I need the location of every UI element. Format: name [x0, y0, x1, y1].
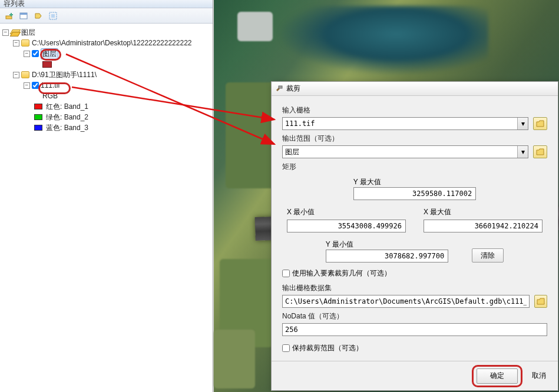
hammer-icon	[275, 85, 283, 93]
panel-toolbar	[0, 8, 213, 24]
dialog-footer: 确定 取消	[272, 361, 558, 390]
band-label: 红色: Band_1	[46, 102, 88, 112]
toc-tree[interactable]: − 图层 − C:\Users\Administrator\Desktop\12…	[0, 24, 213, 137]
svg-rect-9	[279, 86, 282, 88]
browse-input-raster-button[interactable]	[533, 117, 547, 130]
tree-band-3[interactable]: 蓝色: Band_3	[2, 122, 210, 133]
svg-rect-4	[20, 13, 27, 15]
tree-symbol[interactable]	[2, 59, 210, 69]
tree-rgb: RGB	[2, 91, 210, 101]
layer-label: 111.tif	[41, 81, 60, 89]
tree-folder-2[interactable]: − D:\91卫图助手\1111\	[2, 69, 210, 80]
polygon-symbol-swatch[interactable]	[42, 61, 52, 68]
xmax-input[interactable]	[424, 220, 543, 232]
clear-extent-button[interactable]: 清除	[472, 248, 504, 263]
rectangle-label: 矩形	[282, 162, 547, 172]
tool-selection-button[interactable]	[47, 9, 59, 22]
nodata-label: NoData 值（可选）	[282, 311, 547, 321]
input-raster-combo[interactable]: 111.tif ▾	[282, 117, 528, 130]
tree-band-1[interactable]: 红色: Band_1	[2, 101, 210, 112]
tree-folder-1[interactable]: − C:\Users\Administrator\Desktop\1222222…	[2, 38, 210, 48]
maintain-extent-label: 保持裁剪范围（可选）	[292, 343, 363, 353]
svg-rect-2	[9, 14, 13, 15]
collapse-icon[interactable]: −	[2, 29, 9, 36]
layers-icon	[11, 28, 19, 36]
layer-visibility-checkbox[interactable]	[32, 82, 39, 89]
collapse-icon[interactable]: −	[24, 82, 30, 89]
xmin-label: X 最小值	[287, 207, 406, 217]
layer-visibility-checkbox[interactable]	[32, 50, 39, 57]
root-label: 图层	[21, 28, 35, 38]
nodata-input[interactable]	[282, 323, 547, 336]
output-extent-label: 输出范围（可选）	[282, 134, 547, 144]
xmax-label: X 最大值	[424, 207, 543, 217]
use-features-checkbox[interactable]	[282, 270, 290, 277]
folder-icon	[21, 39, 29, 46]
layers-panel: 容列表 − 图层 − C:\Users\Administrator\Deskto…	[0, 0, 213, 392]
tree-layer-tif[interactable]: − 111.tif	[2, 80, 210, 91]
folder-path: C:\Users\Administrator\Desktop\122222222…	[32, 39, 192, 47]
ymin-label: Y 最小值	[326, 240, 448, 250]
browse-output-dataset-button[interactable]	[534, 295, 547, 308]
output-extent-value: 图层	[285, 147, 299, 157]
collapse-icon[interactable]: −	[13, 72, 19, 78]
output-dataset-input[interactable]	[282, 295, 530, 308]
dialog-titlebar[interactable]: 裁剪	[272, 82, 558, 96]
clip-dialog: 裁剪 输入栅格 111.tif ▾ 输出范围（可选） 图层 ▾ 矩形	[271, 81, 558, 391]
dialog-body: 输入栅格 111.tif ▾ 输出范围（可选） 图层 ▾ 矩形	[272, 96, 558, 361]
use-features-label: 使用输入要素裁剪几何（可选）	[292, 268, 391, 278]
dialog-title-text: 裁剪	[286, 84, 300, 94]
tool-display-button[interactable]	[32, 9, 45, 22]
ymax-input[interactable]	[353, 187, 476, 200]
output-extent-combo[interactable]: 图层 ▾	[282, 145, 528, 158]
red-swatch	[34, 104, 42, 109]
tree-root[interactable]: − 图层	[2, 27, 210, 38]
ymax-label: Y 最大值	[353, 177, 476, 187]
ok-button[interactable]: 确定	[477, 368, 518, 384]
green-swatch	[34, 114, 42, 120]
browse-output-extent-button[interactable]	[533, 145, 547, 158]
panel-title-text: 容列表	[4, 0, 25, 8]
blue-swatch	[34, 125, 42, 131]
extent-rectangle-group: Y 最大值 X 最小值 X 最大值 Y 最小值	[282, 174, 547, 263]
tree-band-2[interactable]: 绿色: Band_2	[2, 112, 210, 122]
tool-source-button[interactable]	[17, 9, 30, 22]
folder-path: D:\91卫图助手\1111\	[32, 70, 97, 80]
xmin-input[interactable]	[287, 220, 406, 232]
maintain-extent-checkbox[interactable]	[282, 344, 290, 352]
band-label: 蓝色: Band_3	[46, 123, 88, 133]
collapse-icon[interactable]: −	[24, 51, 30, 57]
svg-rect-6	[51, 14, 55, 18]
rgb-label: RGB	[42, 92, 58, 100]
ymin-input[interactable]	[326, 250, 448, 263]
layer-label: 图层	[41, 48, 58, 59]
chevron-down-icon[interactable]: ▾	[517, 146, 528, 158]
output-dataset-label: 输出栅格数据集	[282, 283, 547, 293]
folder-icon	[21, 71, 29, 78]
collapse-icon[interactable]: −	[13, 40, 19, 46]
input-raster-label: 输入栅格	[282, 105, 547, 115]
chevron-down-icon[interactable]: ▾	[517, 118, 528, 129]
add-data-button[interactable]	[2, 9, 15, 22]
band-label: 绿色: Band_2	[46, 112, 88, 122]
input-raster-value: 111.tif	[285, 119, 315, 128]
cancel-button[interactable]: 取消	[530, 368, 548, 384]
panel-titlebar: 容列表	[0, 0, 213, 8]
tree-layer-tuceng[interactable]: − 图层	[2, 48, 210, 59]
